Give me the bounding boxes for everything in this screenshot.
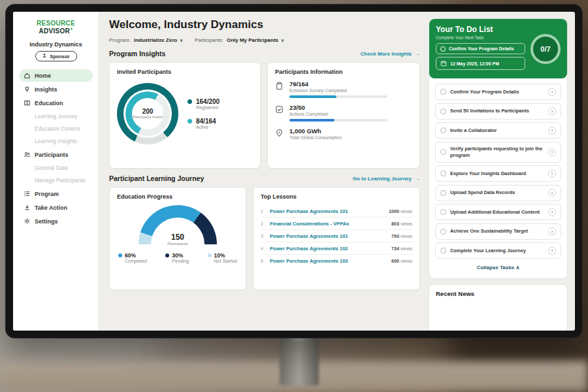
task-row[interactable]: Invite a Collaborator › bbox=[435, 122, 561, 139]
lesson-views-count: 803 bbox=[391, 221, 399, 227]
lesson-row: 4 Power Purchase Agreements 102 734 view… bbox=[261, 242, 412, 255]
chevron-right-icon[interactable]: › bbox=[548, 107, 556, 115]
legend-dot bbox=[208, 253, 212, 257]
sidebar-item-insights[interactable]: Insights bbox=[19, 83, 93, 95]
lesson-rank: 5 bbox=[261, 259, 266, 263]
task-checkbox[interactable] bbox=[440, 89, 446, 95]
go-to-learning-journey-link[interactable]: Go to Learning Journey → bbox=[353, 176, 420, 182]
lesson-link[interactable]: Power Purchase Agreements 101 bbox=[270, 233, 387, 239]
task-row[interactable]: Send 50 Invitations to Participants › bbox=[435, 103, 561, 120]
task-checkbox[interactable] bbox=[440, 149, 446, 155]
task-checkbox[interactable] bbox=[440, 229, 446, 235]
stat-value: 23/50 bbox=[289, 104, 387, 111]
sidebar-item-general-data[interactable]: General Data bbox=[19, 162, 93, 174]
chevron-right-icon[interactable]: › bbox=[548, 148, 556, 156]
sidebar-item-label: Participants bbox=[35, 152, 69, 158]
sidebar-item-take-action[interactable]: Take Action bbox=[19, 201, 93, 214]
sidebar-item-home[interactable]: Home bbox=[19, 69, 93, 82]
legend-value: 60% bbox=[125, 252, 147, 259]
sidebar-subitem-label: Education Content bbox=[35, 125, 80, 132]
sidebar-item-learning-journey[interactable]: Learning Journey bbox=[19, 110, 93, 122]
task-checkbox[interactable] bbox=[440, 209, 446, 215]
program-select[interactable]: Industrialize Zero ∨ bbox=[134, 37, 183, 43]
task-row[interactable]: Upload Additional Educational Content › bbox=[435, 204, 561, 220]
card-title: Education Progress bbox=[117, 193, 238, 200]
legend-label: Pending bbox=[172, 259, 189, 263]
sidebar-item-education-content[interactable]: Education Content bbox=[19, 123, 93, 135]
task-checkbox[interactable] bbox=[440, 171, 446, 176]
chevron-right-icon[interactable]: › bbox=[548, 88, 556, 96]
lesson-link[interactable]: Power Purchase Agreements 101 bbox=[270, 208, 385, 214]
chevron-right-icon[interactable]: › bbox=[548, 208, 556, 216]
sidebar-item-learning-insights[interactable]: Learning Insights bbox=[19, 135, 93, 147]
lesson-link[interactable]: Financial Considerations - VPPAs bbox=[270, 221, 387, 227]
task-row[interactable]: Verify participants requesting to join t… bbox=[435, 142, 561, 163]
chevron-right-icon[interactable]: › bbox=[548, 170, 556, 178]
chevron-right-icon[interactable]: › bbox=[548, 127, 556, 135]
sidebar-item-label: Program bbox=[35, 191, 59, 197]
stat-emission-survey: 79/164 Emission Survey Completed bbox=[275, 80, 412, 98]
task-row[interactable]: Confirm Your Program Details › bbox=[435, 84, 561, 100]
sidebar-subitem-label: Learning Insights bbox=[35, 138, 77, 144]
sidebar-item-program[interactable]: Program bbox=[19, 188, 93, 200]
participants-filter-label: Participants: bbox=[195, 37, 223, 43]
recent-news-panel: Recent News bbox=[429, 284, 568, 331]
lesson-link[interactable]: Power Purchase Agreements 103 bbox=[270, 258, 387, 264]
task-row[interactable]: Explore Your Insights Dashboard › bbox=[435, 165, 561, 182]
sidebar-item-label: Home bbox=[35, 73, 51, 79]
task-label: Invite a Collaborator bbox=[450, 127, 544, 134]
lesson-views-count: 600 bbox=[391, 258, 399, 264]
stat-label: Actions Completed bbox=[289, 112, 387, 116]
legend-dot bbox=[165, 253, 169, 257]
stat-label: Emission Survey Completed bbox=[289, 88, 387, 93]
main-content: Welcome, Industry Dynamics Program: Indu… bbox=[99, 12, 429, 331]
sidebar-item-education[interactable]: Education bbox=[19, 97, 93, 109]
legend-value: 10% bbox=[214, 252, 237, 259]
sidebar-item-participants[interactable]: Participants bbox=[19, 148, 93, 161]
legend-item-pending: 30% Pending bbox=[165, 252, 189, 263]
calendar-icon bbox=[440, 60, 447, 67]
program-insights-title: Program Insights bbox=[109, 50, 165, 57]
task-row[interactable]: Complete Your Learning Journey › bbox=[435, 242, 561, 259]
sidebar-item-settings[interactable]: Settings bbox=[19, 215, 93, 227]
task-checkbox[interactable] bbox=[440, 46, 446, 52]
photo-background: RESOURCE ADVISOR+ Industry Dynamics Spon… bbox=[0, 0, 588, 392]
list-icon bbox=[24, 190, 31, 197]
lesson-row: 3 Power Purchase Agreements 101 793 view… bbox=[261, 230, 412, 242]
todo-next-task[interactable]: Confirm Your Program Details bbox=[436, 43, 525, 54]
lesson-rank: 4 bbox=[261, 246, 266, 251]
arrow-right-icon: → bbox=[415, 51, 420, 57]
collapse-tasks-button[interactable]: Collapse Tasks ∧ bbox=[435, 262, 561, 276]
sponsor-badge[interactable]: Sponsor bbox=[35, 51, 77, 61]
task-checkbox[interactable] bbox=[440, 127, 446, 133]
participants-select[interactable]: Only My Participants ∨ bbox=[227, 37, 284, 43]
task-checkbox[interactable] bbox=[440, 248, 446, 253]
chevron-right-icon[interactable]: › bbox=[548, 189, 556, 197]
task-checkbox[interactable] bbox=[440, 190, 446, 196]
filter-bar: Program: Industrialize Zero ∨ Participan… bbox=[109, 37, 420, 43]
gear-icon bbox=[24, 218, 31, 225]
todo-column: Your To Do List Complete Your Next Task:… bbox=[429, 12, 575, 331]
task-row[interactable]: Upload Spend Data Records › bbox=[435, 185, 561, 201]
home-icon bbox=[24, 72, 31, 79]
task-row[interactable]: Achieve One Sustainability Target › bbox=[435, 223, 561, 240]
legend-dot bbox=[188, 119, 192, 123]
chevron-down-icon: ∨ bbox=[180, 38, 183, 43]
todo-card: Your To Do List Complete Your Next Task:… bbox=[429, 18, 568, 279]
sponsor-badge-label: Sponsor bbox=[50, 54, 69, 59]
task-checkbox[interactable] bbox=[440, 108, 446, 114]
chevron-right-icon[interactable]: › bbox=[548, 247, 556, 255]
sidebar-item-manage-participants[interactable]: Manage Participants bbox=[19, 174, 93, 186]
legend-dot bbox=[188, 99, 192, 104]
lesson-row: 2 Financial Considerations - VPPAs 803 v… bbox=[261, 218, 412, 230]
download-arrow-icon bbox=[24, 204, 31, 211]
check-more-insights-link[interactable]: Check More Insights → bbox=[361, 51, 420, 57]
brand-plus: + bbox=[70, 27, 73, 31]
lesson-views-count: 734 bbox=[391, 246, 399, 252]
lesson-link[interactable]: Power Purchase Agreements 102 bbox=[270, 246, 387, 252]
chevron-right-icon[interactable]: › bbox=[548, 227, 556, 235]
gauge-center-label: 150 Participants bbox=[139, 233, 217, 246]
task-label: Achieve One Sustainability Target bbox=[450, 228, 544, 235]
education-progress-gauge-chart: 150 Participants bbox=[139, 205, 217, 246]
invited-participants-card: Invited Participants 200 Participants In… bbox=[109, 62, 261, 169]
